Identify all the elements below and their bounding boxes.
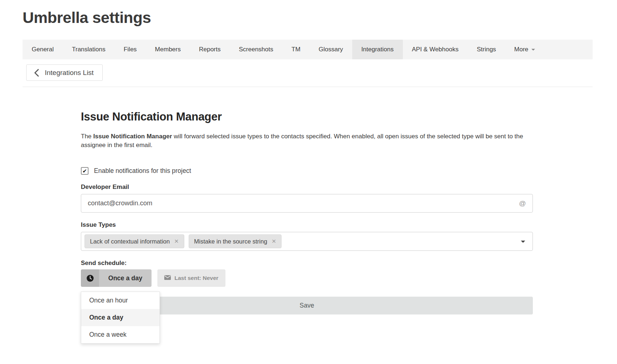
section-divider: [23, 87, 593, 87]
panel-title: Issue Notification Manager: [81, 110, 533, 123]
schedule-dropdown-button[interactable]: Once a day: [81, 269, 152, 287]
schedule-selected-label: Once a day: [99, 269, 152, 287]
enable-notifications-checkbox[interactable]: ✔: [81, 167, 89, 175]
clock-icon: [81, 269, 99, 287]
tab-translations[interactable]: Translations: [63, 40, 114, 59]
tab-api-webhooks[interactable]: API & Webhooks: [403, 40, 468, 59]
tab-strings[interactable]: Strings: [468, 40, 505, 59]
schedule-option-once-an-hour[interactable]: Once an hour: [81, 292, 160, 309]
tab-general[interactable]: General: [23, 40, 63, 59]
page-header: Umbrella settings: [0, 0, 617, 27]
developer-email-label: Developer Email: [81, 183, 533, 191]
select-caret-icon: [521, 241, 525, 243]
remove-tag-icon[interactable]: ✕: [174, 238, 179, 245]
tab-glossary[interactable]: Glossary: [310, 40, 352, 59]
developer-email-field[interactable]: contact@crowdin.com @: [81, 194, 533, 213]
schedule-options-dropdown: Once an hour Once a day Once a week: [81, 292, 160, 344]
description-bold: Issue Notification Manager: [93, 133, 172, 140]
tag-label: Lack of contextual information: [90, 238, 170, 245]
last-sent-label: Last sent: Never: [174, 275, 219, 281]
tag-label: Mistake in the source string: [194, 238, 267, 245]
project-tab-bar: General Translations Files Members Repor…: [23, 40, 593, 59]
tab-integrations[interactable]: Integrations: [352, 40, 403, 59]
schedule-option-once-a-week[interactable]: Once a week: [81, 326, 160, 343]
page-title: Umbrella settings: [23, 9, 593, 27]
schedule-row: Once a day Last sent: Never Once an hour…: [81, 269, 533, 287]
enable-notifications-row: ✔ Enable notifications for this project: [81, 167, 533, 175]
send-schedule-label: Send schedule:: [81, 260, 533, 267]
integrations-list-back-button[interactable]: Integrations List: [26, 64, 103, 81]
tab-reports[interactable]: Reports: [190, 40, 230, 59]
issue-type-tag: Mistake in the source string ✕: [189, 234, 282, 248]
tab-members[interactable]: Members: [146, 40, 190, 59]
checkmark-icon: ✔: [82, 168, 87, 174]
developer-email-value: contact@crowdin.com: [88, 199, 152, 207]
issue-type-tag: Lack of contextual information ✕: [85, 234, 184, 248]
integration-settings-panel: Issue Notification Manager The Issue Not…: [81, 110, 533, 314]
issue-types-label: Issue Types: [81, 221, 533, 229]
at-sign-icon: @: [519, 199, 526, 207]
tab-screenshots[interactable]: Screenshots: [230, 40, 283, 59]
description-prefix: The: [81, 133, 93, 140]
tab-tm[interactable]: TM: [282, 40, 310, 59]
tab-files[interactable]: Files: [114, 40, 146, 59]
schedule-option-once-a-day[interactable]: Once a day: [81, 309, 160, 326]
back-button-label: Integrations List: [45, 69, 94, 77]
enable-notifications-label: Enable notifications for this project: [94, 167, 191, 175]
remove-tag-icon[interactable]: ✕: [272, 238, 276, 245]
last-sent-status: Last sent: Never: [157, 269, 225, 287]
issue-types-select[interactable]: Lack of contextual information ✕ Mistake…: [81, 232, 533, 251]
tab-more[interactable]: More: [505, 40, 544, 59]
chevron-left-icon: [34, 69, 39, 77]
envelope-icon: [164, 275, 171, 281]
chevron-down-icon: [531, 49, 535, 51]
panel-description: The Issue Notification Manager will forw…: [81, 132, 533, 150]
sub-toolbar: Integrations List: [26, 64, 593, 81]
tab-more-label: More: [514, 46, 528, 53]
